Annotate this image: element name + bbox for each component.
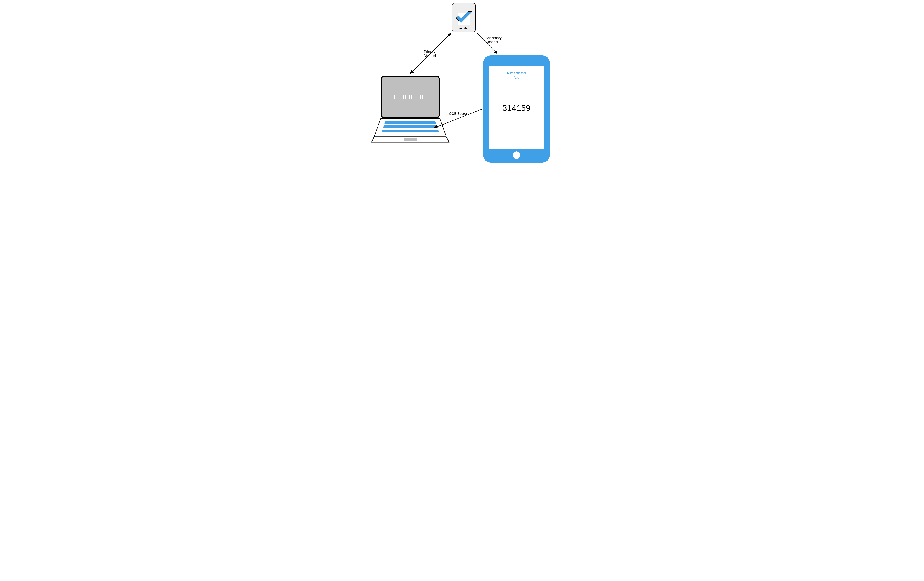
svg-marker-4 bbox=[381, 130, 439, 132]
diagram-canvas: Verifier bbox=[320, 0, 604, 165]
laptop-base-icon bbox=[370, 117, 451, 151]
label-primary-channel: Primary Channel bbox=[421, 50, 438, 58]
svg-rect-5 bbox=[404, 138, 417, 141]
verifier-label: Verifier bbox=[452, 27, 475, 30]
checkbox-square-icon bbox=[457, 13, 470, 25]
svg-marker-3 bbox=[383, 125, 437, 128]
label-oob-secret: OOB Secret bbox=[449, 112, 467, 116]
svg-marker-2 bbox=[384, 121, 436, 124]
verifier-node: Verifier bbox=[452, 3, 476, 32]
code-digit-box bbox=[400, 95, 404, 99]
home-button-icon bbox=[513, 151, 520, 159]
authenticator-app-label-line2: App bbox=[513, 76, 520, 79]
phone-node: Authenticator App 314159 bbox=[483, 56, 550, 163]
code-digit-box bbox=[417, 95, 421, 99]
code-digit-box bbox=[394, 95, 398, 99]
authenticator-app-label-line1: Authenticator bbox=[507, 71, 526, 75]
label-secondary-channel: Secondary Channel bbox=[486, 36, 506, 44]
authenticator-app-label: Authenticator App bbox=[489, 71, 544, 79]
laptop-screen bbox=[381, 76, 440, 118]
code-digit-box bbox=[422, 95, 426, 99]
code-digit-box bbox=[406, 95, 409, 99]
phone-screen: Authenticator App 314159 bbox=[489, 66, 544, 149]
code-input-row bbox=[394, 95, 426, 99]
authenticator-code: 314159 bbox=[489, 104, 544, 113]
code-digit-box bbox=[411, 95, 415, 99]
